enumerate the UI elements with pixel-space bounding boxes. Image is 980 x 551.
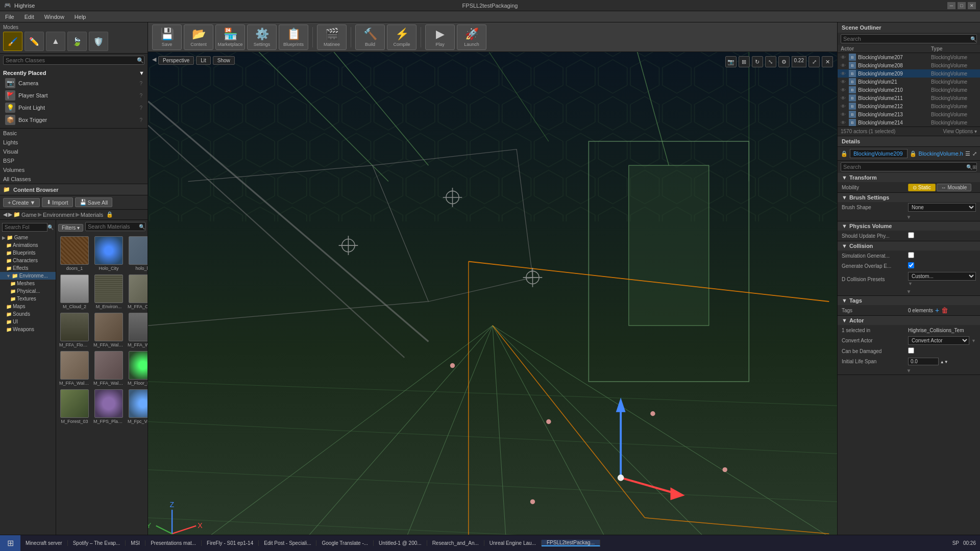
category-bsp[interactable]: BSP — [0, 156, 148, 165]
details-menu-icon[interactable]: ☰ — [965, 151, 970, 157]
can-be-damaged-checkbox[interactable] — [908, 347, 914, 354]
details-search-input[interactable] — [841, 163, 966, 171]
tree-game[interactable]: ▶📁 Game — [0, 234, 56, 241]
breadcrumb-environment[interactable]: Environment — [43, 212, 75, 218]
convert-actor-select[interactable]: Convert Actor — [908, 336, 969, 345]
outliner-row[interactable]: 👁 B BlockingVolume209 BlockingVolume — [838, 69, 980, 78]
mode-place[interactable]: 🖌️ — [3, 32, 22, 51]
material-item[interactable]: holo_l1 — [127, 235, 148, 272]
material-item[interactable]: M_FFA_Floor_02_Dark — [58, 312, 91, 348]
outliner-row[interactable]: 👁 B BlockingVolume208 BlockingVolume — [838, 61, 980, 69]
details-header-link[interactable]: BlockingVolume.h — [919, 151, 963, 157]
viewport[interactable]: X Z Y ◀ Perspective Lit Show 📷 ⊞ ↻ — [148, 52, 837, 551]
recently-placed-header[interactable]: Recently Placed ▼ — [3, 69, 144, 77]
save-all-button[interactable]: 💾 Save All — [75, 197, 113, 207]
details-expand-icon[interactable]: ⤢ — [972, 151, 977, 157]
taskbar-item[interactable]: Google Translate -... — [316, 540, 374, 546]
taskbar-item[interactable]: FPSLL2testPackag... — [542, 540, 600, 546]
view-options-btn[interactable]: View Options ▾ — [943, 129, 977, 134]
mode-foliage[interactable]: 🍃 — [67, 32, 87, 51]
material-item[interactable]: M_FFA_Wall_04 — [127, 312, 148, 348]
create-button[interactable]: + Create ▼ — [3, 198, 40, 207]
actor-section-header[interactable]: ▼ Actor — [838, 316, 980, 325]
placed-item-pointlight[interactable]: 💡 Point Light ? — [3, 102, 144, 114]
tree-meshes[interactable]: 📁 Meshes — [0, 280, 56, 287]
vp-scale-snap[interactable]: ⤡ — [765, 56, 776, 67]
collision-presets-select[interactable]: Custom... — [908, 272, 976, 281]
vp-close[interactable]: ✕ — [822, 56, 833, 67]
show-button[interactable]: Show — [213, 56, 235, 65]
tree-weapons[interactable]: 📁 Weapons — [0, 325, 56, 333]
outliner-row[interactable]: 👁 B BlockingVolume211 BlockingVolume — [838, 94, 980, 102]
material-item[interactable]: M_Cloud_2 — [58, 273, 91, 310]
tree-blueprints[interactable]: 📁 Blueprints — [0, 249, 56, 257]
category-allclasses[interactable]: All Classes — [0, 174, 148, 184]
play-tool-btn[interactable]: ▶ Play — [425, 24, 455, 50]
material-item[interactable]: M_FFA_Wall_01 — [92, 312, 125, 348]
tree-characters[interactable]: 📁 Characters — [0, 257, 56, 264]
brush-settings-header[interactable]: ▼ Brush Settings — [838, 193, 980, 202]
details-actor-name[interactable]: BlockingVolume209 — [850, 149, 908, 158]
taskbar-item[interactable]: FireFly - S01 ep1-14 — [202, 540, 259, 546]
mode-geometry[interactable]: 🛡️ — [89, 32, 108, 51]
material-item[interactable]: Holo_City — [92, 235, 125, 272]
nav-forward[interactable]: ▶ — [8, 211, 12, 218]
outliner-row[interactable]: 👁 B BlockingVolume210 BlockingVolume — [838, 86, 980, 94]
outliner-row[interactable]: 👁 B BlockingVolume214 BlockingVolume — [838, 118, 980, 127]
compile-tool-btn[interactable]: ⚡ Compile — [387, 24, 416, 50]
nav-back[interactable]: ◀ — [3, 211, 7, 218]
vp-grid-snap[interactable]: ⊞ — [739, 56, 750, 67]
vp-nav-prev[interactable]: ◀ — [152, 56, 156, 65]
menu-window[interactable]: Window — [39, 11, 69, 22]
taskbar-item[interactable]: Research_and_An... — [427, 540, 484, 546]
outliner-row[interactable]: 👁 B BlockingVolume207 BlockingVolume — [838, 53, 980, 61]
simulation-generates-checkbox[interactable] — [908, 252, 914, 258]
placed-item-boxtrigger[interactable]: 📦 Box Trigger ? — [3, 114, 144, 126]
taskbar-item[interactable]: Minecraft server — [20, 540, 68, 546]
launch-tool-btn[interactable]: 🚀 Launch — [457, 24, 486, 50]
outliner-row[interactable]: 👁 B BlockingVolum21 BlockingVolume — [838, 78, 980, 86]
material-item[interactable]: M_FFA_Wall_05 — [92, 350, 125, 387]
save-tool-btn[interactable]: 💾 Save — [152, 24, 182, 50]
mode-landscape[interactable]: ▲ — [46, 32, 65, 51]
tree-maps[interactable]: 📁 Maps — [0, 303, 56, 310]
search-folders-input[interactable] — [2, 223, 47, 232]
menu-help[interactable]: Help — [69, 11, 91, 22]
taskbar-item[interactable]: Unreal Engine Lau... — [484, 540, 542, 546]
vp-maximize[interactable]: ⤢ — [808, 56, 820, 67]
tags-del-btn[interactable]: 🗑 — [941, 306, 948, 314]
physics-volume-header[interactable]: ▼ Physics Volume — [838, 221, 980, 231]
content-tool-btn[interactable]: 📂 Content — [184, 24, 213, 50]
materials-search-input[interactable] — [86, 222, 139, 231]
build-tool-btn[interactable]: 🔨 Build — [355, 24, 385, 50]
close-button[interactable]: ✕ — [968, 2, 976, 9]
vp-camera-speed[interactable]: 📷 — [725, 56, 737, 67]
material-item[interactable]: M_Environ... — [92, 273, 125, 310]
maximize-button[interactable]: □ — [958, 2, 966, 9]
movable-btn[interactable]: ↔ Movable — [937, 184, 972, 191]
import-button[interactable]: ⬇ Import — [42, 197, 72, 207]
taskbar-item[interactable]: Edit Post - Speciali... — [259, 540, 316, 546]
vp-settings[interactable]: ⚙ — [778, 56, 790, 67]
tags-add-btn[interactable]: + — [935, 306, 939, 314]
mode-paint[interactable]: ✏️ — [24, 32, 44, 51]
tree-effects[interactable]: 📁 Effects — [0, 264, 56, 272]
settings-tool-btn[interactable]: ⚙️ Settings — [247, 24, 277, 50]
category-volumes[interactable]: Volumes — [0, 165, 148, 174]
matinee-tool-btn[interactable]: 🎬 Matinee — [317, 24, 347, 50]
outliner-search-input[interactable] — [841, 35, 970, 43]
vp-rotation-snap[interactable]: ↻ — [752, 56, 763, 67]
should-update-checkbox[interactable] — [908, 232, 914, 238]
breadcrumb-materials[interactable]: Materials — [81, 212, 104, 218]
search-classes-input[interactable] — [4, 56, 137, 64]
category-basic[interactable]: Basic — [0, 129, 148, 138]
material-item[interactable]: M_FFA_Concrete_WallPlat... — [127, 273, 148, 310]
tree-environment[interactable]: ▼📁 Environme... — [0, 272, 56, 280]
menu-edit[interactable]: Edit — [19, 11, 39, 22]
taskbar-item[interactable]: Spotify – The Evap... — [68, 540, 126, 546]
breadcrumb-game[interactable]: Game — [21, 212, 37, 218]
initial-life-span-input[interactable] — [908, 358, 939, 365]
tree-textures[interactable]: 📁 Textures — [0, 295, 56, 303]
details-grid-icon[interactable]: ⊞ — [972, 164, 976, 170]
material-item[interactable]: M_FFA_Wall_04_Brighter — [58, 350, 91, 387]
